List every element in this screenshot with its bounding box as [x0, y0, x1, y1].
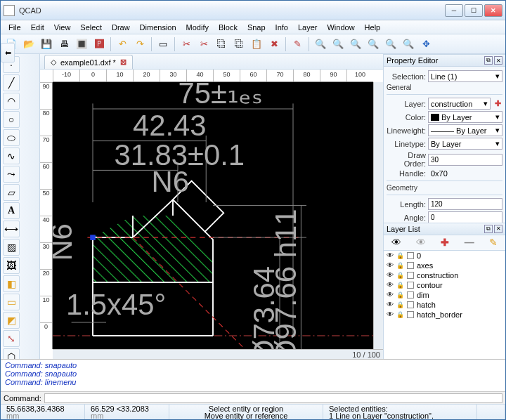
copy-icon[interactable]: ⿻ — [214, 37, 229, 52]
spline-tool[interactable]: ∿ — [3, 147, 20, 164]
pen-icon[interactable]: ✎ — [290, 37, 305, 52]
draworder-input[interactable]: 30 — [428, 154, 502, 166]
paste-icon[interactable]: 📋 — [249, 37, 264, 52]
line-tool[interactable]: ╱ — [3, 74, 20, 91]
panel-float-icon[interactable]: ⧉ — [484, 225, 493, 233]
lock-icon[interactable]: 🔒 — [396, 282, 404, 289]
menu-draw[interactable]: Draw — [107, 22, 135, 33]
drawing-canvas[interactable]: 75±₁ₑₛ 42.43 31.83±0.1 1.5x45° Ø73.64 Ø9… — [53, 82, 373, 349]
layer-edit-icon[interactable]: ✎ — [489, 237, 498, 248]
polyline-tool[interactable]: ⤳ — [3, 166, 20, 183]
save-icon[interactable]: 💾 — [39, 37, 54, 52]
lock-icon[interactable]: 🔒 — [396, 252, 404, 259]
lineweight-select[interactable]: ——— By Layer▾ — [428, 124, 502, 136]
tab-close-icon[interactable]: ⊠ — [120, 58, 126, 67]
linetype-select[interactable]: By Layer▾ — [428, 138, 502, 150]
vertical-scrollbar[interactable] — [373, 82, 383, 349]
open-icon[interactable]: 📂 — [21, 37, 37, 52]
layer-select[interactable]: construction▾ — [428, 98, 491, 110]
lock-icon[interactable]: 🔒 — [396, 301, 404, 308]
horizontal-scrollbar[interactable]: 10 / 100 — [53, 349, 383, 359]
layer-item[interactable]: 👁🔒construction — [384, 270, 505, 280]
zoomin-icon[interactable]: 🔍 — [313, 37, 328, 52]
menu-view[interactable]: View — [49, 22, 76, 33]
layer-item[interactable]: 👁🔒hatch_border — [384, 310, 505, 320]
pan-icon[interactable]: ✥ — [418, 37, 434, 52]
delete-icon[interactable]: ✖ — [266, 37, 282, 52]
block-tool[interactable]: ◧ — [3, 275, 20, 292]
menu-snap[interactable]: Snap — [242, 22, 271, 33]
angle-input[interactable]: 0 — [428, 211, 502, 223]
menu-help[interactable]: Help — [360, 22, 386, 33]
eye-icon[interactable]: 👁 — [387, 301, 394, 308]
hideall-icon[interactable]: 👁 — [416, 237, 426, 248]
blockref-tool[interactable]: ▭ — [3, 294, 20, 310]
menu-window[interactable]: Window — [322, 22, 359, 33]
select-tool[interactable]: ◩ — [3, 312, 20, 329]
layer-item[interactable]: 👁🔒dim — [384, 290, 505, 300]
layer-remove-icon[interactable]: — — [465, 237, 474, 248]
hatch-tool[interactable]: ▨ — [3, 239, 20, 256]
eye-icon[interactable]: 👁 — [387, 251, 394, 259]
panel-close-icon[interactable]: ✕ — [494, 56, 502, 65]
eye-icon[interactable]: 👁 — [387, 271, 394, 279]
layer-item[interactable]: 👁🔒axes — [384, 261, 505, 270]
minimize-button[interactable]: ─ — [445, 4, 463, 17]
zoomwin-icon[interactable]: 🔍 — [401, 37, 416, 52]
lock-icon[interactable]: 🔒 — [396, 272, 404, 279]
circle-tool[interactable]: ○ — [3, 111, 20, 128]
iso-tool[interactable]: ⬡ — [3, 348, 20, 359]
add-layer-icon[interactable]: ✚ — [493, 99, 502, 108]
layerselect-icon[interactable]: ▭ — [155, 37, 171, 52]
shape-tool[interactable]: ▱ — [3, 184, 20, 201]
menu-modify[interactable]: Modify — [181, 22, 214, 33]
text-tool[interactable]: A — [3, 202, 20, 219]
zoomout-icon[interactable]: 🔍 — [330, 37, 346, 52]
menu-layer[interactable]: Layer — [293, 22, 323, 33]
selection-select[interactable]: Line (1)▾ — [428, 70, 502, 82]
arc-tool[interactable]: ◠ — [3, 93, 20, 110]
undo-icon[interactable]: ↶ — [115, 37, 130, 52]
color-select[interactable]: By Layer▾ — [428, 111, 502, 123]
lock-icon[interactable]: 🔒 — [396, 311, 404, 318]
redo-icon[interactable]: ↷ — [132, 37, 148, 52]
menu-block[interactable]: Block — [214, 22, 242, 33]
cut-icon[interactable]: ✂ — [179, 37, 194, 52]
length-input[interactable]: 120 — [428, 198, 502, 210]
command-input[interactable] — [44, 393, 502, 403]
panel-close-icon[interactable]: ✕ — [494, 225, 502, 233]
menu-dimension[interactable]: Dimension — [135, 22, 181, 33]
zoomprev-icon[interactable]: 🔍 — [383, 37, 398, 52]
menu-info[interactable]: Info — [271, 22, 293, 33]
panel-float-icon[interactable]: ⧉ — [484, 56, 493, 65]
menu-file[interactable]: File — [4, 22, 26, 33]
layer-add-icon[interactable]: ✚ — [441, 237, 449, 248]
eye-icon[interactable]: 👁 — [387, 281, 394, 289]
snap-tool[interactable]: ⤡ — [3, 330, 20, 347]
pdf-icon[interactable]: 🅿 — [91, 37, 107, 52]
print-icon[interactable]: 🖶 — [56, 37, 72, 52]
close-button[interactable]: ✕ — [484, 4, 502, 17]
menu-edit[interactable]: Edit — [26, 22, 49, 33]
menu-select[interactable]: Select — [75, 22, 107, 33]
lock-icon[interactable]: 🔒 — [396, 291, 404, 298]
copyref-icon[interactable]: ⿻ — [231, 37, 247, 52]
zoomauto-icon[interactable]: 🔍 — [348, 37, 363, 52]
lock-icon[interactable]: 🔒 — [396, 262, 404, 269]
layer-item[interactable]: 👁🔒hatch — [384, 300, 505, 310]
layer-item[interactable]: 👁🔒contour — [384, 280, 505, 290]
showall-icon[interactable]: 👁 — [391, 237, 401, 248]
dimension-tool[interactable]: ⟷ — [3, 221, 20, 237]
tab-example01[interactable]: ◇ example01.dxf * ⊠ — [44, 55, 133, 69]
back-tool-button[interactable]: ⬅ — [1, 43, 15, 63]
zoomsel-icon[interactable]: 🔍 — [365, 37, 381, 52]
image-tool[interactable]: 🖼 — [3, 257, 20, 274]
bitmap-icon[interactable]: 🔳 — [74, 37, 89, 52]
ellipse-tool[interactable]: ⬭ — [3, 129, 20, 146]
eye-icon[interactable]: 👁 — [387, 310, 394, 318]
cutref-icon[interactable]: ✂ — [196, 37, 212, 52]
eye-icon[interactable]: 👁 — [387, 261, 394, 269]
maximize-button[interactable]: ☐ — [465, 4, 483, 17]
eye-icon[interactable]: 👁 — [387, 291, 394, 298]
layer-item[interactable]: 👁🔒0 — [384, 251, 505, 261]
